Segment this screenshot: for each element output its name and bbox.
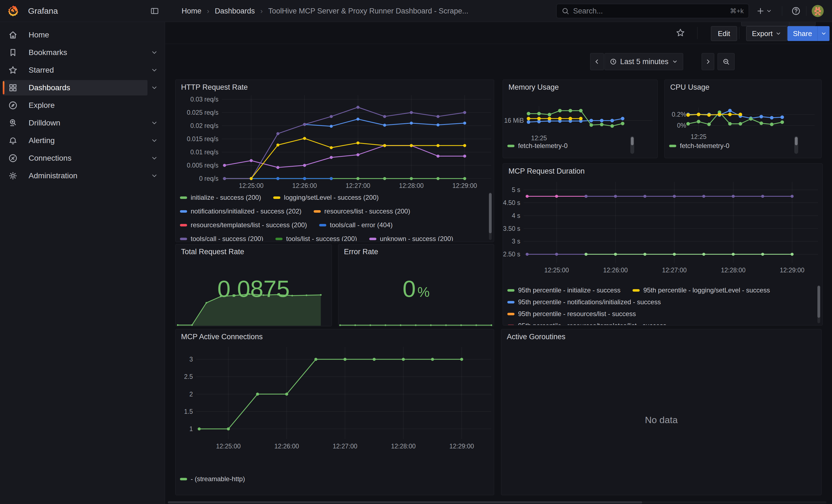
legend-item[interactable]: notifications/initialized - success (202…: [180, 207, 302, 215]
search-shortcut: ⌘+k: [730, 7, 744, 15]
export-button[interactable]: Export: [746, 26, 787, 41]
share-menu-button[interactable]: [817, 26, 830, 41]
legend-label: 95th percentile - logging/setLevel - suc…: [643, 286, 770, 294]
mcp-active-connections-chart[interactable]: 11.522.5312:25:0012:26:0012:27:0012:28:0…: [176, 329, 494, 495]
legend-item[interactable]: logging/setLevel - success (200): [273, 194, 379, 202]
svg-text:2.50 s: 2.50 s: [503, 250, 520, 258]
zoom-out-button[interactable]: [718, 53, 735, 70]
panel-title[interactable]: MCP Active Connections: [181, 333, 263, 341]
share-button[interactable]: Share: [787, 26, 817, 41]
legend-label: - (streamable-http): [191, 475, 245, 483]
legend-swatch: [508, 301, 515, 303]
legend-label: unknown - success (200): [380, 235, 453, 241]
legend-item[interactable]: 95th percentile - logging/setLevel - suc…: [632, 286, 770, 294]
legend-item[interactable]: resources/list - success (200): [314, 207, 410, 215]
legend-swatch: [180, 224, 187, 227]
breadcrumb-separator: ›: [207, 7, 209, 16]
breadcrumb-current: ToolHive MCP Server & Proxy Runner Dashb…: [268, 7, 468, 16]
legend-item[interactable]: tools/call - error (404): [319, 221, 393, 229]
legend-label: fetch-telemetry-0: [680, 142, 729, 150]
panel-title[interactable]: CPU Usage: [670, 83, 709, 91]
sidebar-item-dashboards[interactable]: Dashboards: [3, 80, 148, 96]
legend-item[interactable]: unknown - success (200): [369, 235, 453, 241]
chevron-down-icon[interactable]: [151, 155, 158, 162]
legend-scrollbar[interactable]: [489, 192, 492, 240]
legend-swatch: [180, 210, 187, 213]
sidebar-item-explore[interactable]: Explore: [3, 98, 148, 113]
clock-icon: [610, 58, 617, 65]
sidebar-item-alerting[interactable]: Alerting: [3, 133, 148, 148]
svg-text:3: 3: [189, 356, 193, 363]
favorite-star-button[interactable]: [676, 28, 685, 37]
chevron-down-icon[interactable]: [151, 67, 158, 74]
legend-swatch: [508, 313, 515, 315]
legend-item[interactable]: tools/call - success (200): [180, 235, 263, 241]
legend-item[interactable]: initialize - success (200): [180, 194, 261, 202]
panel-title[interactable]: Memory Usage: [509, 83, 559, 91]
svg-text:12:26:00: 12:26:00: [603, 267, 628, 274]
chevron-down-icon: [775, 30, 781, 36]
svg-text:12:28:00: 12:28:00: [399, 182, 424, 189]
help-button[interactable]: [791, 6, 801, 16]
legend-label: tools/call - error (404): [330, 221, 393, 229]
legend-item[interactable]: 95th percentile - resources/templates/li…: [508, 322, 666, 325]
chevron-down-icon[interactable]: [151, 120, 158, 127]
sidebar-item-bookmarks[interactable]: Bookmarks: [3, 45, 148, 60]
breadcrumb-dashboards[interactable]: Dashboards: [215, 7, 255, 16]
panel-total-request-rate: Total Request Rate 0.0875: [175, 244, 332, 326]
chevron-down-icon[interactable]: [151, 84, 158, 91]
chart-legend: 95th percentile - initialize - success95…: [508, 286, 815, 325]
chevron-down-icon[interactable]: [151, 172, 158, 179]
legend-item[interactable]: fetch-telemetry-0: [669, 142, 729, 150]
chevron-down-icon[interactable]: [151, 49, 158, 56]
legend-scrollbar[interactable]: [794, 136, 798, 154]
panel-mcp-request-duration: MCP Request Duration 2.50 s3 s3.50 s4 s4…: [503, 163, 823, 325]
sidebar-item-home[interactable]: Home: [3, 27, 148, 43]
legend-label: logging/setLevel - success (200): [284, 194, 379, 202]
sidebar-item-connections[interactable]: Connections: [3, 151, 148, 166]
search-bar[interactable]: ⌘+k: [556, 4, 749, 18]
avatar[interactable]: [812, 5, 824, 17]
panel-title[interactable]: Error Rate: [344, 247, 378, 256]
search-input[interactable]: [573, 7, 726, 16]
legend-scrollbar[interactable]: [817, 285, 820, 323]
sidebar-item-drilldown[interactable]: Drilldown: [3, 115, 148, 131]
time-shift-back-button[interactable]: [590, 53, 604, 70]
new-button[interactable]: [756, 7, 772, 16]
legend-label: tools/call - success (200): [191, 235, 263, 241]
apps-grid-icon: [8, 83, 18, 92]
legend-scrollbar[interactable]: [630, 136, 634, 154]
legend-item[interactable]: - (streamable-http): [180, 475, 245, 483]
legend-item[interactable]: 95th percentile - initialize - success: [508, 286, 620, 294]
svg-text:3.50 s: 3.50 s: [503, 225, 520, 232]
legend-item[interactable]: fetch-telemetry-0: [508, 142, 568, 150]
dashboard-horizontal-scrollbar[interactable]: [168, 501, 827, 503]
grafana-logo[interactable]: [7, 5, 19, 17]
plus-icon: [756, 7, 765, 16]
time-shift-forward-button[interactable]: [702, 53, 714, 70]
legend-swatch: [508, 145, 515, 147]
gear-icon: [8, 171, 18, 181]
time-range-label: Last 5 minutes: [620, 57, 669, 66]
panel-title[interactable]: Active Goroutines: [507, 333, 565, 341]
sidebar-item-starred[interactable]: Starred: [3, 62, 148, 78]
legend-item[interactable]: tools/list - success (200): [276, 235, 357, 241]
legend-item[interactable]: 95th percentile - resources/list - succe…: [508, 310, 636, 318]
legend-swatch: [669, 145, 676, 147]
panel-title[interactable]: HTTP Request Rate: [181, 83, 248, 91]
dock-menu-icon[interactable]: [150, 7, 159, 16]
panel-title[interactable]: Total Request Rate: [181, 247, 244, 256]
chevron-down-icon[interactable]: [151, 137, 158, 144]
legend-item[interactable]: 95th percentile - notifications/initiali…: [508, 298, 661, 306]
sidebar-item-administration[interactable]: Administration: [3, 168, 148, 184]
panel-title[interactable]: MCP Request Duration: [509, 167, 584, 176]
svg-text:0.005 req/s: 0.005 req/s: [187, 162, 218, 169]
legend-item[interactable]: resources/templates/list - success (200): [180, 221, 307, 229]
breadcrumb-home[interactable]: Home: [182, 7, 201, 16]
time-range-picker[interactable]: Last 5 minutes: [604, 53, 683, 70]
legend-swatch: [180, 238, 187, 240]
svg-text:5 s: 5 s: [512, 186, 520, 193]
no-data-message: No data: [501, 415, 821, 425]
edit-button[interactable]: Edit: [711, 26, 737, 41]
svg-text:12:26:00: 12:26:00: [274, 443, 299, 450]
